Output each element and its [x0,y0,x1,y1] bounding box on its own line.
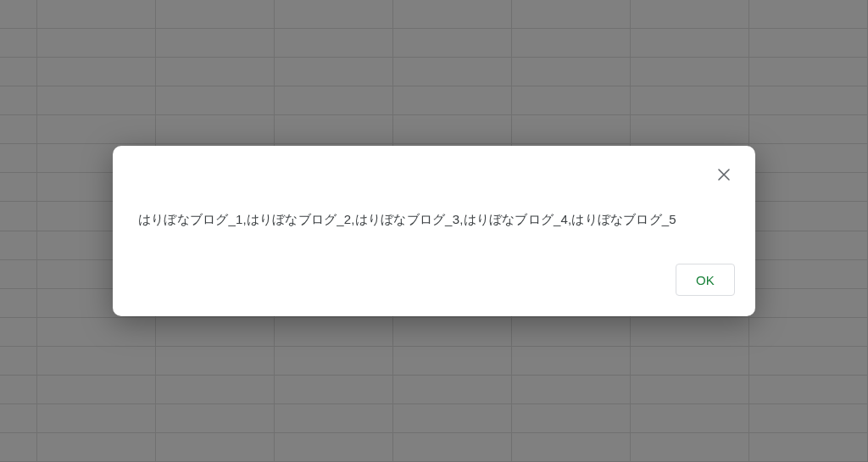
modal-footer: OK [138,264,735,296]
close-button[interactable] [711,163,737,188]
alert-modal: はりぼなブログ_1,はりぼなブログ_2,はりぼなブログ_3,はりぼなブログ_4,… [113,146,755,316]
ok-button[interactable]: OK [676,264,735,296]
modal-overlay: はりぼなブログ_1,はりぼなブログ_2,はりぼなブログ_3,はりぼなブログ_4,… [0,0,868,462]
close-icon [717,166,731,185]
alert-message: はりぼなブログ_1,はりぼなブログ_2,はりぼなブログ_3,はりぼなブログ_4,… [138,212,735,228]
